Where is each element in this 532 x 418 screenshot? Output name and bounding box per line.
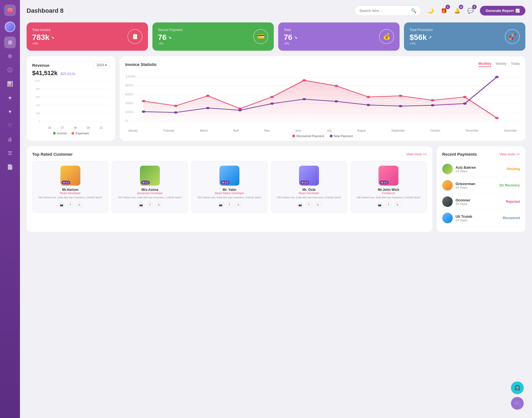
instagram-icon-2[interactable]: 📷 [217, 202, 224, 208]
twitter-icon-3[interactable]: 𝕏 [314, 202, 321, 208]
sidebar-item-heart[interactable]: ♥ [4, 106, 16, 117]
month-labels: January February March April May June Ju… [125, 129, 520, 132]
invoice-title: Invoice Statistic [125, 62, 157, 67]
customer-addr-1: 795 Folsom Ave, Suite 600 San Francisco,… [115, 196, 185, 199]
payment-item-0: Aziz Bakree 24 Years Pending [442, 161, 520, 177]
bar-groups [41, 80, 110, 123]
sidebar-item-settings[interactable]: ⚙ [4, 50, 16, 62]
payments-view-more[interactable]: View more >> [499, 152, 520, 156]
instagram-icon-0[interactable]: 📷 [58, 202, 65, 208]
sidebar-item-print[interactable]: 🖨 [4, 134, 16, 145]
dark-mode-toggle[interactable]: 🌙 [426, 6, 436, 16]
floating-buttons: 🎧 🛒 [511, 381, 524, 410]
sidebar-item-analytics[interactable]: 📊 [4, 78, 16, 90]
instagram-icon-4[interactable]: 📷 [376, 202, 383, 208]
legend-expense: Expenses [71, 132, 89, 135]
payment-info-3: Uli Trumb 24 Years [456, 214, 500, 222]
sidebar-item-heart2[interactable]: ♡ [4, 120, 16, 131]
twitter-icon-2[interactable]: 𝕏 [235, 202, 242, 208]
payment-name-3: Uli Trumb [456, 214, 500, 219]
stat-change-1: -4% [158, 42, 183, 45]
instagram-icon-1[interactable]: 📷 [138, 202, 144, 208]
svg-text:200: 200 [125, 111, 133, 114]
tab-today[interactable]: Today [511, 62, 520, 67]
payment-name-0: Aziz Bakree [456, 165, 504, 170]
line-chart-svg: 1000 800 600 400 200 0 [125, 71, 520, 127]
customer-addr-0: 795 Folsom Ave, Suite 600 San Francisco,… [35, 196, 105, 199]
sidebar-avatar[interactable] [5, 22, 15, 32]
facebook-icon-0[interactable]: f [67, 202, 74, 208]
twitter-icon-4[interactable]: 𝕏 [394, 202, 401, 208]
search-icon: 🔍 [411, 8, 416, 13]
new-dot-4 [270, 102, 274, 105]
new-dot-5 [302, 98, 306, 100]
search-input[interactable] [359, 9, 409, 13]
customer-role-1: Javascript Developer [115, 192, 185, 195]
search-bar[interactable]: 🔍 [355, 6, 421, 16]
stat-cards: Total invoice 783k ↘ +4% 📋 Secure Paymen… [27, 22, 525, 51]
payment-info-2: Oconner 24 Years [456, 198, 503, 206]
facebook-icon-4[interactable]: f [385, 202, 392, 208]
payment-status-3: Recovered [503, 216, 520, 220]
svg-text:600: 600 [125, 93, 133, 96]
stat-icon-1: 💳 [253, 29, 268, 44]
gift-icon-btn[interactable]: 🎁 2 [439, 6, 449, 16]
payment-age-0: 24 Years [456, 170, 504, 173]
sidebar-item-menu[interactable]: ☰ [4, 147, 16, 159]
sidebar-logo[interactable]: 👛 [4, 4, 16, 16]
rating-badge-4: ★ 4.2 [380, 181, 389, 184]
instagram-icon-3[interactable]: 📷 [297, 202, 303, 208]
revenue-card: Revenue 2023 ▾ $41,512k $25,612k 1000 80… [27, 56, 115, 141]
sidebar-item-star[interactable]: ★ [4, 92, 16, 104]
rec-dot-7 [367, 96, 370, 98]
invoice-line-chart: 1000 800 600 400 200 0 [125, 71, 520, 135]
tab-weekly[interactable]: Weekly [496, 62, 507, 67]
income-dot [53, 132, 56, 135]
sidebar: 👛 ⊞ ⚙ ⓘ 📊 ★ ♥ ♡ 🖨 ☰ 📄 [0, 0, 20, 418]
cart-icon: 🛒 [514, 400, 520, 406]
generate-report-button[interactable]: Generate Report 📈 [480, 6, 525, 16]
twitter-icon-0[interactable]: 𝕏 [76, 202, 83, 208]
new-payment-dot [330, 135, 332, 137]
month-apr: April [233, 129, 239, 132]
chat-icon-btn[interactable]: 💬 5 [466, 6, 475, 16]
stat-value-1: 76 [158, 33, 167, 42]
sidebar-item-info[interactable]: ⓘ [4, 64, 16, 76]
facebook-icon-2[interactable]: f [226, 202, 233, 208]
customers-view-more[interactable]: View more >> [406, 152, 427, 156]
customer-name-2: Mr. Yatin [194, 188, 264, 192]
facebook-icon-1[interactable]: f [147, 202, 153, 208]
twitter-icon-1[interactable]: 𝕏 [155, 202, 162, 208]
sidebar-item-dashboard[interactable]: ⊞ [4, 37, 16, 48]
cart-float-btn[interactable]: 🛒 [511, 397, 524, 410]
payment-name-1: Griezerman [456, 182, 497, 186]
bell-icon-btn[interactable]: 🔔 12 [452, 6, 462, 16]
stat-trend-2: ↘ [294, 35, 297, 40]
stat-change-2: -4% [284, 42, 297, 45]
stat-card-promotion: Total Promotion $56k ↗ +4% 🚀 [404, 22, 525, 51]
new-dot-10 [463, 102, 467, 105]
customer-avatar-3: ★ 4.2 [299, 166, 319, 186]
sidebar-item-docs[interactable]: 📄 [4, 161, 16, 173]
payment-info-0: Aziz Bakree 24 Years [456, 165, 504, 173]
svg-text:0: 0 [125, 119, 128, 122]
generate-btn-label: Generate Report [485, 9, 514, 13]
revenue-compare: $25,612k [60, 72, 75, 76]
legend-income: Income [53, 132, 67, 135]
payment-name-2: Oconner [456, 198, 503, 202]
invoice-card: Invoice Statistic Monthly Weekly Today [120, 56, 525, 141]
revenue-amount: $41,512k [32, 70, 58, 76]
month-feb: February [163, 129, 175, 132]
grid-icon: ⊞ [8, 39, 12, 45]
bar-chart-icon: 📈 [515, 9, 520, 13]
month-jul: July [327, 129, 332, 132]
legend-new-payment: New Payment [330, 134, 353, 138]
tab-monthly[interactable]: Monthly [479, 62, 491, 67]
rec-dot-10 [463, 96, 467, 98]
facebook-icon-3[interactable]: f [306, 202, 312, 208]
svg-text:800: 800 [125, 84, 133, 87]
year-selector[interactable]: 2023 ▾ [93, 62, 110, 68]
support-float-btn[interactable]: 🎧 [511, 381, 524, 394]
payment-avatar-0 [442, 164, 453, 174]
star-icon: ★ [8, 95, 12, 101]
